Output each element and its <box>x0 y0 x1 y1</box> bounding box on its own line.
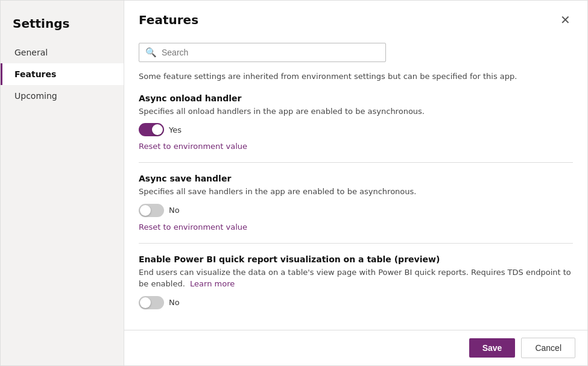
search-box[interactable]: 🔍 <box>139 43 386 62</box>
toggle-thumb-async-onload <box>152 124 163 135</box>
search-input[interactable] <box>162 48 379 57</box>
toggle-label-powerbi: No <box>169 298 180 307</box>
dialog-title: Settings <box>1 10 124 42</box>
settings-dialog: Settings General Features Upcoming Featu… <box>0 0 588 366</box>
toggle-track-powerbi <box>139 296 164 309</box>
learn-more-link[interactable]: Learn more <box>190 279 235 288</box>
feature-async-onload: Async onload handler Specifies all onloa… <box>139 93 573 152</box>
toggle-track-async-onload <box>139 123 164 136</box>
feature-title-async-onload: Async onload handler <box>139 93 573 103</box>
reset-link-async-onload[interactable]: Reset to environment value <box>139 142 247 151</box>
sidebar-item-features[interactable]: Features <box>1 63 124 85</box>
sidebar-item-upcoming[interactable]: Upcoming <box>1 85 124 107</box>
sidebar: Settings General Features Upcoming <box>1 1 124 365</box>
main-content: Features ✕ 🔍 Some feature settings are i… <box>124 1 587 365</box>
toggle-row-async-save: No <box>139 204 573 217</box>
divider-2 <box>139 243 573 244</box>
sidebar-item-general[interactable]: General <box>1 42 124 63</box>
save-button[interactable]: Save <box>469 338 516 358</box>
feature-title-powerbi: Enable Power BI quick report visualizati… <box>139 254 573 264</box>
main-header: Features ✕ <box>124 1 587 34</box>
main-footer: Save Cancel <box>124 330 587 365</box>
feature-async-save: Async save handler Specifies all save ha… <box>139 174 573 232</box>
toggle-label-async-save: No <box>169 206 180 215</box>
feature-desc-async-onload: Specifies all onload handlers in the app… <box>139 106 573 118</box>
main-title: Features <box>139 13 198 27</box>
toggle-powerbi[interactable] <box>139 296 164 309</box>
toggle-async-save[interactable] <box>139 204 164 217</box>
feature-powerbi: Enable Power BI quick report visualizati… <box>139 254 573 309</box>
main-body: 🔍 Some feature settings are inherited fr… <box>124 34 587 330</box>
search-icon: 🔍 <box>145 47 157 58</box>
feature-desc-async-save: Specifies all save handlers in the app a… <box>139 186 573 198</box>
feature-title-async-save: Async save handler <box>139 174 573 183</box>
toggle-label-async-onload: Yes <box>169 125 182 134</box>
info-text: Some feature settings are inherited from… <box>139 71 573 83</box>
toggle-row-powerbi: No <box>139 296 573 309</box>
toggle-track-async-save <box>139 204 164 217</box>
divider-1 <box>139 162 573 163</box>
toggle-thumb-async-save <box>140 205 151 216</box>
toggle-thumb-powerbi <box>140 297 151 308</box>
reset-link-async-save[interactable]: Reset to environment value <box>139 222 247 232</box>
feature-desc-powerbi: End users can visualize the data on a ta… <box>139 267 573 290</box>
cancel-button[interactable]: Cancel <box>521 338 575 358</box>
toggle-row-async-onload: Yes <box>139 123 573 136</box>
close-button[interactable]: ✕ <box>555 11 575 28</box>
toggle-async-onload[interactable] <box>139 123 164 136</box>
